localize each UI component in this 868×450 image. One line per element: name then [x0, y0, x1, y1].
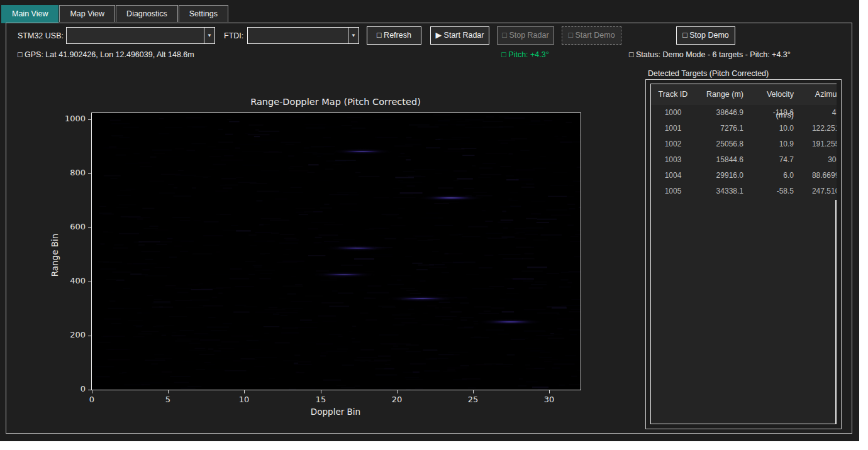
column-header-azimuth[interactable]: Azimuth: [798, 84, 837, 105]
tab-main-view[interactable]: Main View: [1, 5, 58, 23]
tab-settings[interactable]: Settings: [179, 5, 228, 22]
pitch-status-text: □ Pitch: +4.3°: [469, 50, 582, 59]
x-tick-mark: [397, 390, 398, 393]
start-radar-button[interactable]: ▶ Start Radar: [430, 26, 489, 45]
table-scrollbar[interactable]: [835, 200, 837, 424]
tab-map-view[interactable]: Map View: [59, 5, 115, 22]
ftdi-combobox[interactable]: ▼: [247, 27, 359, 44]
cell-velocity: 10.9: [747, 136, 798, 152]
tab-diagnostics[interactable]: Diagnostics: [116, 5, 178, 22]
cell-velocity: -58.5: [747, 184, 798, 199]
table-row[interactable]: 1002 25056.8 10.9 191.2552: [651, 136, 837, 152]
targets-panel-title: Detected Targets (Pitch Corrected): [648, 69, 769, 78]
y-tick-label: 200: [42, 330, 86, 339]
cell-azimuth: 88.66998: [798, 168, 837, 184]
y-tick-label: 0: [42, 384, 86, 393]
main-window: Main View Map View Diagnostics Settings …: [0, 0, 859, 441]
chevron-down-icon[interactable]: ▼: [204, 28, 214, 43]
table-row[interactable]: 1003 15844.6 74.7 300°: [651, 152, 837, 168]
cell-track-id: 1001: [651, 121, 695, 136]
cell-track-id: 1003: [651, 152, 695, 168]
cell-azimuth: 122.2510: [798, 121, 837, 136]
system-status-text: □ Status: Demo Mode - 6 targets - Pitch:…: [629, 50, 791, 59]
cell-velocity: -118.6: [747, 105, 798, 121]
stop-demo-button[interactable]: □ Stop Demo: [676, 26, 735, 45]
cell-azimuth: 300°: [798, 152, 837, 168]
cell-track-id: 1000: [651, 105, 695, 121]
x-tick-label: 30: [533, 395, 565, 404]
y-tick-label: 400: [42, 276, 86, 285]
table-row[interactable]: 1005 34338.1 -58.5 247.5104: [651, 184, 837, 199]
cell-range: 38646.9: [695, 105, 747, 121]
cell-range: 29916.0: [695, 168, 747, 184]
stm32-usb-label: STM32 USB:: [18, 31, 64, 40]
x-tick-label: 5: [152, 395, 184, 404]
y-tick-mark: [88, 390, 91, 390]
start-demo-button[interactable]: □ Start Demo: [562, 26, 621, 45]
cell-azimuth: 247.5104: [798, 184, 837, 199]
y-tick-mark: [88, 173, 91, 174]
cell-azimuth: 45°: [798, 105, 837, 121]
table-row[interactable]: 1000 38646.9 -118.6 45°: [651, 105, 837, 121]
y-tick-label: 800: [42, 168, 86, 177]
table-header-row: Track ID Range (m) Velocity (m/s) Azimut…: [651, 84, 837, 105]
x-tick-label: 25: [457, 395, 489, 404]
gps-status-text: □ GPS: Lat 41.902426, Lon 12.496039, Alt…: [18, 50, 194, 59]
cell-velocity: 6.0: [747, 168, 798, 184]
cell-track-id: 1004: [651, 168, 695, 184]
y-axis-label: Range Bin: [50, 221, 60, 290]
heatmap-canvas: [92, 113, 581, 390]
tab-strip: Main View Map View Diagnostics Settings: [1, 5, 229, 23]
y-tick-mark: [88, 336, 91, 336]
cell-velocity: 10.0: [747, 121, 798, 136]
ftdi-label: FTDI:: [224, 31, 243, 40]
table-row[interactable]: 1001 7276.1 10.0 122.2510: [651, 121, 837, 136]
cell-track-id: 1005: [651, 184, 695, 199]
cell-velocity: 74.7: [747, 152, 798, 168]
table-row[interactable]: 1004 29916.0 6.0 88.66998: [651, 168, 837, 184]
range-doppler-heatmap: [91, 112, 581, 390]
x-tick-label: 0: [76, 395, 108, 404]
y-tick-label: 600: [42, 222, 86, 231]
column-header-velocity[interactable]: Velocity (m/s): [747, 84, 798, 105]
x-tick-mark: [321, 390, 321, 393]
ftdi-value: [248, 28, 348, 43]
x-tick-label: 15: [305, 395, 337, 404]
x-tick-mark: [168, 390, 169, 393]
cell-track-id: 1002: [651, 136, 695, 152]
x-tick-mark: [92, 390, 92, 393]
column-header-range[interactable]: Range (m): [695, 84, 747, 105]
y-tick-mark: [88, 282, 91, 282]
x-tick-label: 20: [381, 395, 413, 404]
cell-azimuth: 191.2552: [798, 136, 837, 152]
x-axis-label: Doppler Bin: [91, 407, 580, 417]
cell-range: 25056.8: [695, 136, 747, 152]
x-tick-label: 10: [228, 395, 260, 404]
app-window: Main View Map View Diagnostics Settings …: [0, 0, 868, 450]
cell-range: 34338.1: [695, 184, 747, 199]
stm32-usb-combobox[interactable]: ▼: [66, 27, 215, 44]
refresh-button[interactable]: □ Refresh: [367, 26, 421, 45]
cell-range: 7276.1: [695, 121, 747, 136]
y-tick-mark: [88, 119, 91, 120]
stop-radar-button[interactable]: □ Stop Radar: [497, 26, 554, 45]
y-tick-mark: [88, 228, 91, 228]
chevron-down-icon[interactable]: ▼: [348, 28, 359, 43]
y-tick-label: 1000: [42, 114, 86, 123]
x-tick-mark: [549, 390, 550, 393]
x-tick-mark: [473, 390, 474, 393]
chart-title: Range-Doppler Map (Pitch Corrected): [91, 97, 580, 107]
x-tick-mark: [244, 390, 245, 393]
cell-range: 15844.6: [695, 152, 747, 168]
stm32-usb-value: [67, 28, 204, 43]
column-header-track-id[interactable]: Track ID: [651, 84, 695, 105]
targets-table: Track ID Range (m) Velocity (m/s) Azimut…: [650, 84, 837, 424]
